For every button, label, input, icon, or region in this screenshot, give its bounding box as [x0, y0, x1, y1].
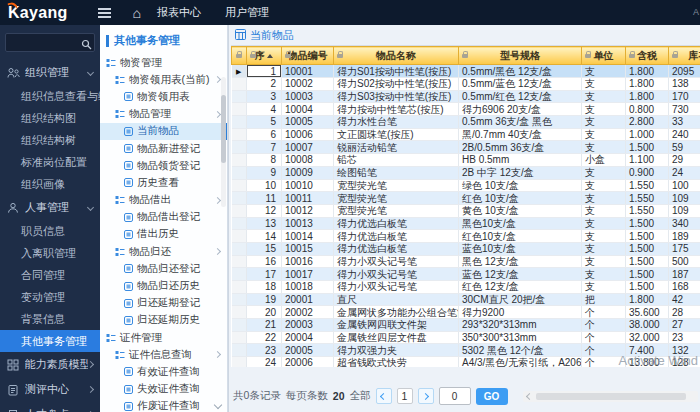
table-row[interactable]: 2120003金属铁网四联文件架293*320*313mm个38.00027 [232, 319, 700, 332]
row-selector-cell[interactable] [232, 166, 247, 179]
col-header-stock[interactable]: 库存 [669, 47, 700, 65]
tree-node[interactable]: 物品归还历史 [100, 277, 227, 294]
col-header-code[interactable]: 物品编号 [282, 47, 334, 65]
tree-node[interactable]: 归还延期历史 [100, 312, 227, 329]
tree-node[interactable]: 证件管理 [100, 329, 227, 346]
table-row[interactable]: 710007锐丽活动铅笔2B/0.5mm 36支/盒支1.50059 [232, 141, 700, 154]
tree-node[interactable]: 物资领用表 [100, 88, 227, 105]
sidebar-section-ability[interactable]: 能力素质模型 [0, 352, 100, 377]
table-row[interactable]: 910009绘图铅笔2B 中字 12支/盒支0.90024 [232, 166, 700, 179]
tree-node[interactable]: 失效证件查询 [100, 381, 227, 398]
table-row[interactable]: 2420006超省钱欧式快劳A4/3/黑色/无索引纸，A206个13.80012… [232, 357, 700, 367]
sidebar-item[interactable]: 合同管理 [0, 264, 100, 286]
row-selector-cell[interactable] [232, 344, 247, 357]
horizontal-scrollbar-thumb[interactable] [536, 393, 686, 400]
sidebar-item[interactable]: 组织结构图 [0, 107, 100, 129]
goto-page-input[interactable] [439, 387, 471, 405]
tree-node[interactable]: 物品归还登记 [100, 260, 227, 277]
row-selector-cell[interactable] [232, 281, 247, 294]
table-row[interactable]: 1710017得力小双头记号笔蓝色 12支/盒支1.500187 [232, 268, 700, 281]
table-row[interactable]: 1610016得力小双头记号笔黑色 12支/盒支1.500500 [232, 255, 700, 268]
row-selector-cell[interactable] [232, 103, 247, 116]
col-header-price[interactable]: 含税 [626, 47, 669, 65]
row-selector-cell[interactable] [232, 179, 247, 192]
table-row[interactable]: 2220004金属铁丝四层文件盘350*300*313mm个32.00023 [232, 331, 700, 344]
tree-node[interactable]: 物品领货登记 [100, 157, 227, 174]
row-selector-cell[interactable] [232, 90, 247, 103]
topbar-tab[interactable]: 报表中心 [157, 5, 201, 20]
sidebar-item[interactable]: 标准岗位配置 [0, 151, 100, 173]
table-row[interactable]: 610006文正圆珠笔(按压)黑/0.7mm 40支/盒支1.000240 [232, 128, 700, 141]
row-selector-cell[interactable] [232, 204, 247, 217]
tree-node[interactable]: 物品管理 [100, 106, 227, 123]
home-icon[interactable]: ⌂ [133, 6, 141, 20]
col-header-seq[interactable]: 序 [247, 47, 282, 65]
sidebar-section-hr[interactable]: 人事管理 [0, 195, 100, 220]
sidebar-item[interactable]: 组织信息查看与编辑 [0, 85, 100, 107]
sidebar-item[interactable]: 其他事务管理 [0, 330, 100, 352]
row-selector-cell[interactable]: ▶ [232, 65, 247, 78]
sidebar-item[interactable]: 变动管理 [0, 286, 100, 308]
current-page-number[interactable]: 1 [397, 388, 413, 404]
row-selector-cell[interactable] [232, 255, 247, 268]
table-row[interactable]: 2020002金属网状多功能办公组合笔筒得力9200个35.60028 [232, 306, 700, 319]
row-selector-cell[interactable] [232, 128, 247, 141]
table-row[interactable]: 1110011宽型荧光笔红色 10支/盒支1.550109 [232, 192, 700, 205]
tree-node[interactable]: 物品归还 [100, 243, 227, 260]
table-row[interactable]: 1510015得力优选白板笔蓝色10支/盒支1.500175 [232, 242, 700, 255]
page-size-value[interactable]: 20 [333, 390, 345, 402]
table-row[interactable]: 1210012宽型荧光笔黄色 10支/盒支1.550109 [232, 204, 700, 217]
row-selector-cell[interactable] [232, 293, 247, 306]
tree-node[interactable]: 物品借出登记 [100, 209, 227, 226]
menu-hamburger-icon[interactable] [98, 8, 111, 18]
col-header-name[interactable]: 物品名称 [334, 47, 459, 65]
row-selector-cell[interactable] [232, 217, 247, 230]
table-row[interactable]: 210002得力S02按动中性笔(按压)0.5mm/蓝色 12支/盒支1.800… [232, 78, 700, 91]
row-selector-cell[interactable] [232, 331, 247, 344]
sidebar-item[interactable]: 组织画像 [0, 173, 100, 195]
tree-node[interactable]: 物品新进登记 [100, 140, 227, 157]
tree-node[interactable]: 借出历史 [100, 226, 227, 243]
row-selector-cell[interactable] [232, 306, 247, 319]
tree-node[interactable]: 物品借出 [100, 192, 227, 209]
horizontal-scrollbar[interactable] [523, 391, 698, 402]
row-selector-cell[interactable] [232, 192, 247, 205]
table-row[interactable]: 1010010宽型荧光笔绿色 10支/盒支1.550100 [232, 179, 700, 192]
sidebar-item[interactable]: 背景信息 [0, 308, 100, 330]
table-row[interactable]: 2320005得力双强力夹5302 黑色 12个/盒个7.400132 [232, 344, 700, 357]
row-selector-cell[interactable] [232, 141, 247, 154]
table-row[interactable]: 1920001直尺30CM直尺 20把/盒把1.80042 [232, 293, 700, 306]
sidebar-item[interactable]: 职员信息 [0, 220, 100, 242]
tree-node[interactable]: 物资领用表(当前) [100, 71, 227, 88]
sidebar-section-org[interactable]: 组织管理 [0, 60, 100, 85]
row-selector-cell[interactable] [232, 116, 247, 129]
tree-node[interactable]: 历史查看 [100, 174, 227, 191]
all-records-link[interactable]: 全部 [350, 389, 371, 403]
tree-node[interactable]: 当前物品 [100, 123, 227, 140]
prev-page-button[interactable] [376, 388, 392, 404]
sidebar-section-assessment[interactable]: 测评中心 [0, 377, 100, 402]
tree-node[interactable]: 作废证件查询 [100, 398, 227, 412]
sidebar-item[interactable]: 组织结构树 [0, 129, 100, 151]
col-header-spec[interactable]: 型号规格 [459, 47, 582, 65]
table-row[interactable]: 1810018得力小双头记号笔红色 12支/盒支1.500168 [232, 281, 700, 294]
tree-node[interactable]: 有效证件查询 [100, 363, 227, 380]
tree-node[interactable]: 归还延期登记 [100, 295, 227, 312]
topbar-tab[interactable]: 用户管理 [225, 5, 269, 20]
row-selector-cell[interactable] [232, 78, 247, 91]
sidebar-item[interactable]: 入离职管理 [0, 242, 100, 264]
go-button[interactable]: GO [476, 388, 508, 405]
row-selector-cell[interactable] [232, 242, 247, 255]
tree-node[interactable]: 证件信息查询 [100, 346, 227, 363]
table-row[interactable]: 510005得力水性台笔0.5mm 36支/盒 黑色支2.80033 [232, 116, 700, 129]
table-row[interactable]: 410004得力按动中性笔芯(按压)得力6906 20支/盒支0.800730 [232, 103, 700, 116]
next-page-button[interactable] [418, 388, 434, 404]
row-selector-cell[interactable] [232, 154, 247, 167]
tree-scrollbar[interactable] [221, 77, 226, 207]
row-selector-cell[interactable] [232, 319, 247, 332]
row-selector-cell[interactable] [232, 268, 247, 281]
table-row[interactable]: 310003得力S03按动中性笔(按压)0.5mm/红色 12支/盒支1.800… [232, 90, 700, 103]
tree-node[interactable]: 物资管理 [100, 54, 227, 71]
col-header-unit[interactable]: 单位 [582, 47, 626, 65]
row-selector-cell[interactable] [232, 357, 247, 367]
